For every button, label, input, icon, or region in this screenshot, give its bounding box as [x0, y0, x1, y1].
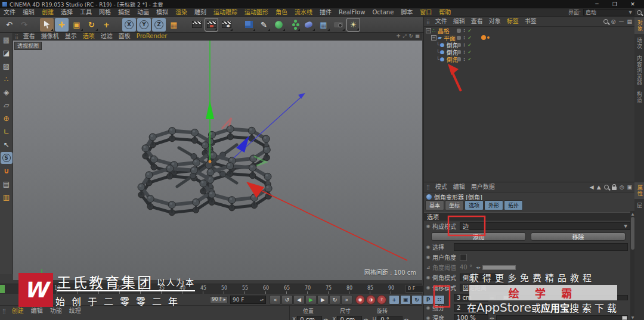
back-icon[interactable]: ◀: [590, 184, 594, 190]
attribute-tab-外形[interactable]: 外形: [484, 200, 503, 210]
record-scale-button[interactable]: ▣: [400, 295, 411, 305]
add-button[interactable]: 添加: [431, 232, 526, 241]
rotate-view-icon[interactable]: ↻: [409, 33, 413, 39]
coordinate-value[interactable]: 0 cm: [297, 316, 322, 320]
interface-dropdown[interactable]: 启动▼: [583, 9, 634, 15]
current-frame-field[interactable]: 0 F: [405, 285, 423, 293]
main-menu-item[interactable]: 选择: [57, 8, 76, 17]
close-button[interactable]: ✕: [624, 0, 642, 8]
viewport-canvas[interactable]: 透视视图 网格间距 : 100 cm: [13, 41, 422, 280]
visibility-dots-icon[interactable]: :: [463, 28, 465, 33]
main-menu-item[interactable]: 插件: [316, 8, 335, 17]
record-parameter-button[interactable]: P: [423, 295, 434, 305]
main-menu-item[interactable]: 模拟: [153, 8, 172, 17]
timeline-playhead[interactable]: [0, 285, 5, 293]
next-key-button[interactable]: ↻: [329, 295, 340, 305]
viewport-menu-item[interactable]: 面板: [116, 32, 134, 41]
add-camera-button[interactable]: [332, 18, 345, 32]
visibility-dots-icon[interactable]: :: [463, 57, 465, 62]
main-menu-item[interactable]: RealFlow: [335, 8, 369, 17]
viewport-menu-item[interactable]: 选项: [80, 32, 98, 41]
attribute-tab-拓扑[interactable]: 拓扑: [504, 200, 523, 210]
timeline-ruler[interactable]: 0 F 1015202530354045505560657075808590: [0, 284, 422, 294]
disabled-slider[interactable]: [482, 265, 516, 270]
undo-button[interactable]: ↶: [2, 18, 16, 32]
object-manager-menu-item[interactable]: 查看: [468, 17, 486, 26]
add-environment-button[interactable]: ▦: [317, 18, 330, 32]
object-manager-menu-item[interactable]: 对象: [486, 17, 504, 26]
parameter-radio-icon[interactable]: ◉: [424, 285, 432, 290]
redo-button[interactable]: ↷: [17, 18, 31, 32]
pan-view-icon[interactable]: ✛: [397, 33, 401, 39]
slider-handle[interactable]: [622, 316, 627, 320]
parameter-radio-icon[interactable]: ⊿: [424, 265, 432, 270]
visibility-dots-icon[interactable]: :: [463, 35, 465, 41]
rotate-tool-button[interactable]: ↻: [85, 18, 98, 32]
manager-tab[interactable]: 构造: [635, 89, 643, 105]
last-tool-button[interactable]: +: [100, 18, 113, 32]
slider-handle[interactable]: [503, 296, 509, 300]
move-tool-button[interactable]: ✚: [55, 18, 69, 32]
stepper-icon[interactable]: ◂▸: [323, 317, 329, 320]
manager-tab[interactable]: 层: [635, 200, 643, 211]
attribute-manager-menu-item[interactable]: 编辑: [450, 183, 468, 191]
selection-tag-icon[interactable]: [481, 35, 490, 40]
object-manager-menu-item[interactable]: 书签: [522, 17, 540, 26]
layers-lock-button[interactable]: ▤: [1, 178, 13, 190]
main-menu-item[interactable]: 运动图形: [241, 8, 272, 17]
range-end-field[interactable]: 90 F▴▾: [230, 296, 266, 304]
next-frame-button[interactable]: ▶: [317, 295, 329, 305]
material-manager-menu-item[interactable]: 创建: [8, 307, 27, 315]
coordinate-system-button[interactable]: ▦: [167, 18, 181, 32]
main-menu-item[interactable]: 脚本: [397, 8, 416, 17]
stepper-icon[interactable]: ◂▸: [490, 316, 495, 320]
new-window-icon[interactable]: ▣: [627, 184, 632, 190]
panel-handle-icon[interactable]: ⣿: [424, 19, 432, 24]
main-menu-item[interactable]: 雕刻: [191, 8, 210, 17]
record-keyframe-button[interactable]: ●: [355, 295, 365, 305]
object-tree-row[interactable]: −∴晶格:✓: [424, 27, 635, 34]
attribute-tab-坐标[interactable]: 坐标: [445, 200, 464, 210]
workplane-mode-button[interactable]: ∟: [1, 126, 13, 138]
parameter-radio-icon[interactable]: ◉: [424, 305, 432, 310]
layer-toggle-icon[interactable]: [457, 57, 461, 61]
parameter-radio-icon[interactable]: ◉: [424, 275, 432, 280]
main-menu-item[interactable]: 帮助: [435, 8, 454, 17]
enabled-check-icon[interactable]: ✓: [467, 57, 472, 62]
layer-toggle-icon[interactable]: [457, 50, 461, 54]
previous-key-button[interactable]: ↺: [281, 295, 293, 305]
expand-collapse-icon[interactable]: −: [431, 35, 436, 41]
parameter-dropdown[interactable]: 边▼: [460, 222, 630, 230]
add-generator-button[interactable]: [272, 18, 286, 32]
render-settings-button[interactable]: [219, 18, 233, 32]
search-icon[interactable]: [637, 10, 642, 15]
edges-mode-button[interactable]: ◈: [1, 86, 13, 98]
viewport-menu-item[interactable]: 过滤: [98, 32, 116, 41]
parameter-radio-icon[interactable]: ◉: [424, 315, 432, 320]
coordinate-value[interactable]: 0 °: [377, 316, 402, 320]
magnet-snap-button[interactable]: ∪: [1, 165, 13, 177]
goto-end-button[interactable]: »: [341, 295, 352, 305]
layer-toggle-icon[interactable]: [457, 43, 461, 47]
snap-toggle-button[interactable]: S: [1, 152, 13, 164]
target-icon[interactable]: ◎: [620, 184, 624, 190]
section-header[interactable]: 选项: [424, 212, 630, 220]
maximize-button[interactable]: ❐: [606, 0, 624, 8]
main-menu-item[interactable]: 创建: [38, 8, 57, 17]
attribute-manager-menu-item[interactable]: 模式: [432, 183, 450, 191]
parameter-radio-icon[interactable]: ◉: [424, 254, 432, 260]
record-rotation-button[interactable]: ↻: [411, 295, 422, 305]
render-region-button[interactable]: [205, 18, 218, 32]
stepper-icon[interactable]: ◂▸: [404, 317, 409, 320]
enabled-check-icon[interactable]: ✓: [467, 28, 472, 33]
add-spline-button[interactable]: ✎: [257, 18, 271, 32]
viewport-menu-item[interactable]: 显示: [62, 32, 80, 41]
panel-handle-icon[interactable]: ⣿: [424, 185, 432, 190]
parameter-radio-icon[interactable]: ◉: [424, 244, 432, 250]
main-menu-item[interactable]: 网格: [95, 8, 114, 17]
parameter-slider[interactable]: [496, 295, 628, 300]
enabled-check-icon[interactable]: ✓: [467, 42, 472, 48]
parameter-textfield[interactable]: [454, 243, 628, 251]
object-axis-mode-button[interactable]: ⊕: [1, 113, 13, 125]
range-preset-button[interactable]: 90 F▸: [210, 296, 228, 303]
